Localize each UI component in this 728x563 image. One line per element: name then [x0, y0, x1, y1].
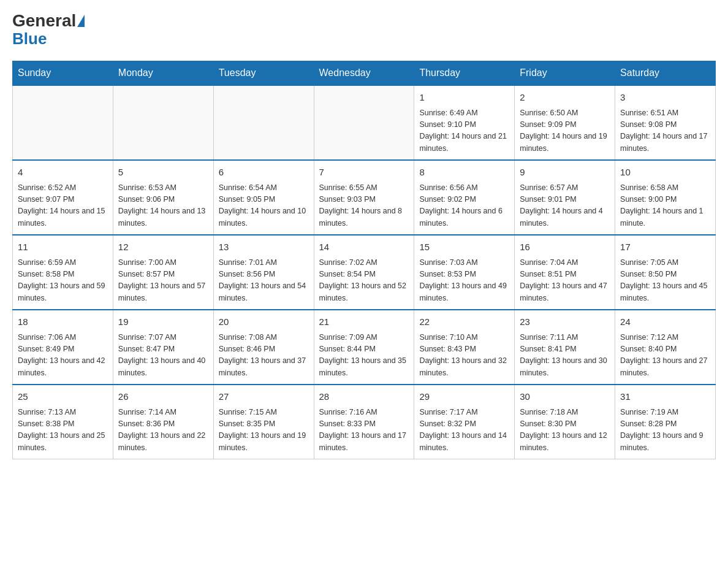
day-info: Sunrise: 6:50 AMSunset: 9:09 PMDaylight:…: [520, 107, 610, 155]
calendar-cell: 3Sunrise: 6:51 AMSunset: 9:08 PMDaylight…: [615, 85, 716, 160]
day-number: 10: [620, 166, 710, 180]
calendar-cell: 7Sunrise: 6:55 AMSunset: 9:03 PMDaylight…: [314, 160, 414, 235]
day-info: Sunrise: 7:02 AMSunset: 8:54 PMDaylight:…: [319, 257, 409, 305]
day-number: 13: [219, 240, 309, 255]
day-number: 12: [118, 240, 208, 255]
calendar-cell: 16Sunrise: 7:04 AMSunset: 8:51 PMDayligh…: [515, 235, 615, 310]
calendar-cell: 15Sunrise: 7:03 AMSunset: 8:53 PMDayligh…: [414, 235, 515, 310]
weekday-header-monday: Monday: [113, 61, 213, 86]
day-info: Sunrise: 6:52 AMSunset: 9:07 PMDaylight:…: [18, 182, 108, 230]
day-info: Sunrise: 6:59 AMSunset: 8:58 PMDaylight:…: [18, 257, 108, 305]
day-number: 11: [18, 240, 108, 255]
day-info: Sunrise: 6:54 AMSunset: 9:05 PMDaylight:…: [219, 182, 309, 230]
logo-general-text: General: [12, 12, 76, 29]
calendar-cell: 8Sunrise: 6:56 AMSunset: 9:02 PMDaylight…: [414, 160, 515, 235]
day-info: Sunrise: 7:15 AMSunset: 8:35 PMDaylight:…: [219, 407, 309, 454]
day-info: Sunrise: 7:16 AMSunset: 8:33 PMDaylight:…: [319, 407, 409, 454]
day-info: Sunrise: 7:17 AMSunset: 8:32 PMDaylight:…: [419, 407, 509, 454]
calendar-cell: 30Sunrise: 7:18 AMSunset: 8:30 PMDayligh…: [515, 385, 615, 459]
calendar-cell: 14Sunrise: 7:02 AMSunset: 8:54 PMDayligh…: [314, 235, 414, 310]
week-row-2: 4Sunrise: 6:52 AMSunset: 9:07 PMDaylight…: [13, 160, 716, 235]
day-info: Sunrise: 7:12 AMSunset: 8:40 PMDaylight:…: [620, 332, 710, 380]
calendar-cell: 2Sunrise: 6:50 AMSunset: 9:09 PMDaylight…: [515, 85, 615, 160]
weekday-header-tuesday: Tuesday: [213, 61, 314, 86]
day-info: Sunrise: 7:19 AMSunset: 8:28 PMDaylight:…: [620, 407, 710, 454]
calendar-cell: 20Sunrise: 7:08 AMSunset: 8:46 PMDayligh…: [213, 310, 314, 385]
calendar-cell: [113, 85, 213, 160]
weekday-header-saturday: Saturday: [615, 61, 716, 86]
calendar-cell: 4Sunrise: 6:52 AMSunset: 9:07 PMDaylight…: [13, 160, 113, 235]
day-number: 24: [620, 315, 710, 329]
weekday-header-wednesday: Wednesday: [314, 61, 414, 86]
day-number: 16: [520, 240, 610, 255]
day-info: Sunrise: 7:04 AMSunset: 8:51 PMDaylight:…: [520, 257, 610, 305]
calendar-cell: 26Sunrise: 7:14 AMSunset: 8:36 PMDayligh…: [113, 385, 213, 459]
day-info: Sunrise: 7:00 AMSunset: 8:57 PMDaylight:…: [118, 257, 208, 305]
day-info: Sunrise: 7:09 AMSunset: 8:44 PMDaylight:…: [319, 332, 409, 380]
day-number: 21: [319, 315, 409, 329]
day-info: Sunrise: 7:10 AMSunset: 8:43 PMDaylight:…: [419, 332, 509, 380]
logo: General Blue: [12, 12, 85, 48]
day-number: 2: [520, 91, 610, 105]
day-number: 4: [18, 166, 108, 180]
calendar-cell: 25Sunrise: 7:13 AMSunset: 8:38 PMDayligh…: [13, 385, 113, 459]
day-info: Sunrise: 6:49 AMSunset: 9:10 PMDaylight:…: [419, 107, 509, 155]
calendar-cell: 5Sunrise: 6:53 AMSunset: 9:06 PMDaylight…: [113, 160, 213, 235]
calendar-cell: 19Sunrise: 7:07 AMSunset: 8:47 PMDayligh…: [113, 310, 213, 385]
weekday-header-thursday: Thursday: [414, 61, 515, 86]
day-number: 19: [118, 315, 208, 329]
calendar-cell: 28Sunrise: 7:16 AMSunset: 8:33 PMDayligh…: [314, 385, 414, 459]
week-row-5: 25Sunrise: 7:13 AMSunset: 8:38 PMDayligh…: [13, 385, 716, 459]
calendar-cell: 1Sunrise: 6:49 AMSunset: 9:10 PMDaylight…: [414, 85, 515, 160]
day-number: 5: [118, 166, 208, 180]
day-number: 31: [620, 390, 710, 404]
page-header: General Blue: [12, 12, 716, 48]
calendar-cell: 21Sunrise: 7:09 AMSunset: 8:44 PMDayligh…: [314, 310, 414, 385]
day-number: 1: [419, 91, 509, 105]
day-number: 18: [18, 315, 108, 329]
day-number: 17: [620, 240, 710, 255]
day-info: Sunrise: 7:05 AMSunset: 8:50 PMDaylight:…: [620, 257, 710, 305]
day-info: Sunrise: 7:11 AMSunset: 8:41 PMDaylight:…: [520, 332, 610, 380]
day-number: 14: [319, 240, 409, 255]
logo-blue-text: Blue: [12, 29, 47, 48]
day-number: 7: [319, 166, 409, 180]
week-row-4: 18Sunrise: 7:06 AMSunset: 8:49 PMDayligh…: [13, 310, 716, 385]
day-info: Sunrise: 6:57 AMSunset: 9:01 PMDaylight:…: [520, 182, 610, 230]
weekday-header-sunday: Sunday: [13, 61, 113, 86]
calendar-cell: 13Sunrise: 7:01 AMSunset: 8:56 PMDayligh…: [213, 235, 314, 310]
day-info: Sunrise: 7:18 AMSunset: 8:30 PMDaylight:…: [520, 407, 610, 454]
calendar-cell: [213, 85, 314, 160]
logo-triangle-icon: [77, 15, 85, 27]
day-info: Sunrise: 6:53 AMSunset: 9:06 PMDaylight:…: [118, 182, 208, 230]
day-info: Sunrise: 7:03 AMSunset: 8:53 PMDaylight:…: [419, 257, 509, 305]
day-number: 29: [419, 390, 509, 404]
calendar-cell: 29Sunrise: 7:17 AMSunset: 8:32 PMDayligh…: [414, 385, 515, 459]
calendar-cell: 31Sunrise: 7:19 AMSunset: 8:28 PMDayligh…: [615, 385, 716, 459]
calendar-cell: 23Sunrise: 7:11 AMSunset: 8:41 PMDayligh…: [515, 310, 615, 385]
day-info: Sunrise: 6:58 AMSunset: 9:00 PMDaylight:…: [620, 182, 710, 230]
calendar-cell: 10Sunrise: 6:58 AMSunset: 9:00 PMDayligh…: [615, 160, 716, 235]
day-number: 30: [520, 390, 610, 404]
day-number: 8: [419, 166, 509, 180]
week-row-1: 1Sunrise: 6:49 AMSunset: 9:10 PMDaylight…: [13, 85, 716, 160]
calendar-cell: 9Sunrise: 6:57 AMSunset: 9:01 PMDaylight…: [515, 160, 615, 235]
calendar-cell: [314, 85, 414, 160]
calendar-cell: 17Sunrise: 7:05 AMSunset: 8:50 PMDayligh…: [615, 235, 716, 310]
day-number: 28: [319, 390, 409, 404]
calendar-cell: 12Sunrise: 7:00 AMSunset: 8:57 PMDayligh…: [113, 235, 213, 310]
calendar-cell: 6Sunrise: 6:54 AMSunset: 9:05 PMDaylight…: [213, 160, 314, 235]
day-number: 20: [219, 315, 309, 329]
day-number: 26: [118, 390, 208, 404]
day-info: Sunrise: 6:51 AMSunset: 9:08 PMDaylight:…: [620, 107, 710, 155]
day-number: 3: [620, 91, 710, 105]
calendar-cell: 11Sunrise: 6:59 AMSunset: 8:58 PMDayligh…: [13, 235, 113, 310]
day-info: Sunrise: 6:55 AMSunset: 9:03 PMDaylight:…: [319, 182, 409, 230]
calendar-cell: 24Sunrise: 7:12 AMSunset: 8:40 PMDayligh…: [615, 310, 716, 385]
calendar-cell: 18Sunrise: 7:06 AMSunset: 8:49 PMDayligh…: [13, 310, 113, 385]
day-info: Sunrise: 7:06 AMSunset: 8:49 PMDaylight:…: [18, 332, 108, 380]
weekday-header-friday: Friday: [515, 61, 615, 86]
weekday-header-row: SundayMondayTuesdayWednesdayThursdayFrid…: [13, 61, 716, 86]
day-info: Sunrise: 7:01 AMSunset: 8:56 PMDaylight:…: [219, 257, 309, 305]
week-row-3: 11Sunrise: 6:59 AMSunset: 8:58 PMDayligh…: [13, 235, 716, 310]
